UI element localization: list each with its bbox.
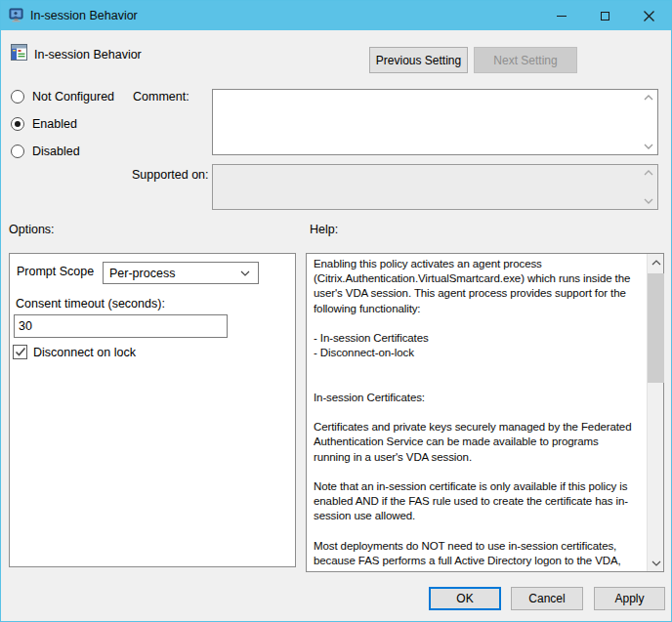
scroll-down-icon[interactable] xyxy=(648,555,664,571)
apply-button[interactable]: Apply xyxy=(594,587,665,610)
radio-label: Disabled xyxy=(32,145,80,158)
close-icon xyxy=(644,11,654,21)
consent-timeout-input[interactable] xyxy=(14,314,228,338)
cancel-button[interactable]: Cancel xyxy=(511,587,583,610)
previous-setting-button[interactable]: Previous Setting xyxy=(369,47,468,73)
checkbox-checked-icon[interactable] xyxy=(13,345,27,359)
maximize-button[interactable] xyxy=(583,1,627,30)
next-setting-button[interactable]: Next Setting xyxy=(474,47,577,73)
options-section-label: Options: xyxy=(9,223,55,236)
scroll-down-icon[interactable] xyxy=(643,143,654,150)
help-section-label: Help: xyxy=(310,223,338,236)
minimize-button[interactable] xyxy=(539,1,583,30)
maximize-icon xyxy=(601,12,609,21)
prompt-scope-label: Prompt Scope xyxy=(17,265,94,278)
comment-textarea[interactable] xyxy=(212,89,658,155)
radio-circle-icon xyxy=(11,145,24,158)
scrollbar-thumb[interactable] xyxy=(648,273,664,383)
scroll-up-icon[interactable] xyxy=(648,254,664,270)
scroll-down-icon xyxy=(643,197,654,205)
radio-disabled[interactable]: Disabled xyxy=(11,145,80,158)
window-title: In-session Behavior xyxy=(30,9,138,22)
help-panel: Enabling this policy activates an agent … xyxy=(306,253,664,572)
radio-circle-selected-icon xyxy=(11,117,24,131)
radio-label: Enabled xyxy=(32,117,77,131)
caption-buttons xyxy=(539,1,671,30)
radio-circle-icon xyxy=(11,90,24,104)
prompt-scope-value: Per-process xyxy=(109,267,240,280)
close-button[interactable] xyxy=(627,1,671,30)
titlebar[interactable]: In-session Behavior xyxy=(1,1,671,30)
prompt-scope-dropdown[interactable]: Per-process xyxy=(103,262,259,284)
supported-on-label: Supported on: xyxy=(132,168,209,182)
policy-monitor-icon xyxy=(9,8,24,23)
setting-name: In-session Behavior xyxy=(34,48,142,62)
radio-label: Not Configured xyxy=(32,90,114,104)
group-policy-setting-icon xyxy=(11,44,27,61)
chevron-down-icon xyxy=(240,270,250,276)
help-text: Enabling this policy activates an agent … xyxy=(314,257,644,570)
comment-label: Comment: xyxy=(133,90,189,104)
radio-not-configured[interactable]: Not Configured xyxy=(11,90,114,104)
radio-enabled[interactable]: Enabled xyxy=(11,117,77,131)
policy-setting-dialog: In-session Behavior In-session Behavior xyxy=(0,0,672,622)
consent-timeout-label: Consent timeout (seconds): xyxy=(16,297,165,311)
disconnect-on-lock-label: Disconnect on lock xyxy=(33,346,136,359)
scroll-up-icon[interactable] xyxy=(643,94,654,102)
options-panel: Prompt Scope Per-process Consent timeout… xyxy=(9,253,296,567)
supported-on-textarea xyxy=(212,164,658,210)
help-scrollbar[interactable] xyxy=(647,254,663,571)
disconnect-on-lock-option[interactable]: Disconnect on lock xyxy=(13,345,136,359)
scroll-up-icon xyxy=(643,169,654,177)
ok-button[interactable]: OK xyxy=(429,587,501,610)
minimize-icon xyxy=(557,16,567,17)
